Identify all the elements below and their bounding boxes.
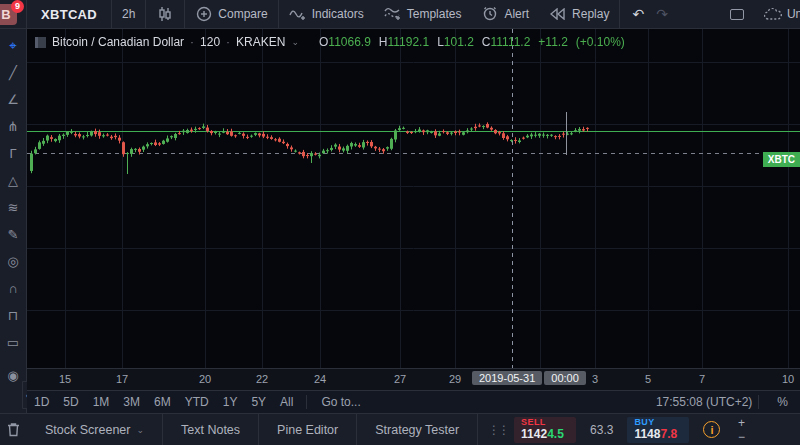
top-toolbar: B 9 XBTCAD 2h Compare Indicators bbox=[0, 0, 800, 29]
indicators-button[interactable]: Indicators bbox=[279, 0, 374, 29]
templates-icon bbox=[384, 5, 402, 23]
app-logo[interactable]: B 9 bbox=[0, 0, 26, 29]
time-tick: 29 bbox=[449, 373, 461, 385]
magnet-icon[interactable]: ∩ bbox=[3, 279, 23, 298]
crosshair-time: 00:00 bbox=[544, 371, 586, 385]
lock-all-icon[interactable]: ⊓ bbox=[3, 306, 23, 325]
tab-pine-editor[interactable]: Pine Editor bbox=[258, 414, 356, 445]
range-button-all[interactable]: All bbox=[273, 391, 300, 414]
legend-chevron-icon[interactable]: ⌄ bbox=[291, 37, 299, 47]
compare-icon bbox=[195, 5, 213, 23]
buy-button[interactable]: BUY 11487.8 bbox=[627, 417, 689, 443]
percent-scale-button[interactable]: % bbox=[765, 395, 800, 409]
time-tick: 17 bbox=[116, 373, 128, 385]
open-value: 11066.9 bbox=[328, 35, 371, 49]
chart-pane[interactable]: Bitcoin / Canadian Dollar · 120 · KRAKEN… bbox=[27, 29, 800, 368]
crosshair-icon[interactable]: ⌖ bbox=[3, 36, 23, 55]
legend-exchange[interactable]: KRAKEN bbox=[236, 35, 285, 49]
tab-stock-screener[interactable]: Stock Screener⌄ bbox=[27, 414, 162, 445]
trash-icon[interactable] bbox=[0, 422, 27, 437]
brush-icon[interactable]: ✎ bbox=[3, 225, 23, 244]
range-button-5d[interactable]: 5D bbox=[56, 391, 85, 414]
time-tick: 15 bbox=[59, 373, 71, 385]
time-tick: 27 bbox=[394, 373, 406, 385]
trend-line-icon[interactable]: ╱ bbox=[3, 63, 23, 82]
drawing-toolbar: ⌖╱∠⋔Γ△≋✎◎∩⊓▭ ◉ ‹ bbox=[0, 29, 27, 413]
time-tick: 5 bbox=[645, 373, 651, 385]
time-tick: 24 bbox=[314, 373, 326, 385]
crosshair-date: 2019-05-31 bbox=[472, 371, 542, 385]
hide-all-eye-icon[interactable]: ◉ bbox=[3, 366, 23, 385]
layout-icon bbox=[730, 9, 744, 20]
measure-icon[interactable]: ▭ bbox=[3, 333, 23, 352]
candles-icon bbox=[156, 5, 174, 23]
quantity-decrease-button[interactable]: − bbox=[732, 430, 750, 444]
high-value: 11192.1 bbox=[388, 35, 430, 49]
notification-badge: 9 bbox=[11, 0, 24, 13]
range-button-1y[interactable]: 1Y bbox=[216, 391, 245, 414]
compare-button[interactable]: Compare bbox=[185, 0, 277, 29]
chevron-down-icon: ⌄ bbox=[136, 425, 144, 435]
time-axis[interactable]: 1517202224272935710 2019-05-31 00:00 bbox=[27, 368, 800, 390]
replay-button[interactable]: Replay bbox=[539, 0, 619, 29]
close-value: 11111.2 bbox=[491, 35, 531, 49]
sell-button[interactable]: SELL 11424.5 bbox=[514, 417, 576, 443]
bottom-panel: Stock Screener⌄Text NotesPine EditorStra… bbox=[0, 413, 800, 445]
spread-value: 63.3 bbox=[576, 423, 627, 437]
buy-price: 11487.8 bbox=[634, 428, 681, 441]
time-tick: 10 bbox=[782, 373, 794, 385]
legend-interval[interactable]: 120 bbox=[200, 35, 220, 49]
cloud-icon bbox=[764, 5, 782, 23]
range-button-6m[interactable]: 6M bbox=[147, 391, 178, 414]
replay-icon bbox=[549, 5, 567, 23]
time-tick: 20 bbox=[199, 373, 211, 385]
legend-title[interactable]: Bitcoin / Canadian Dollar bbox=[52, 35, 184, 49]
range-toolbar: 1D5D1M3M6MYTD1Y5YAll Go to... 17:55:08 (… bbox=[27, 390, 800, 413]
range-button-1d[interactable]: 1D bbox=[27, 391, 56, 414]
cloud-layout-button[interactable]: Unnamed ⌄ bbox=[754, 0, 800, 29]
chart-legend: Bitcoin / Canadian Dollar · 120 · KRAKEN… bbox=[35, 35, 625, 49]
sell-price: 11424.5 bbox=[521, 428, 568, 441]
low-value: 101.2 bbox=[444, 35, 474, 49]
zoom-tool-icon[interactable]: ◎ bbox=[3, 252, 23, 271]
undo-button[interactable]: ↶ bbox=[632, 6, 644, 22]
time-tick: 3 bbox=[592, 373, 598, 385]
range-button-3m[interactable]: 3M bbox=[116, 391, 147, 414]
pitchfork-icon[interactable]: ⋔ bbox=[3, 117, 23, 136]
symbol-button[interactable]: XBTCAD bbox=[27, 0, 111, 29]
range-button-5y[interactable]: 5Y bbox=[244, 391, 273, 414]
tab-strategy-tester[interactable]: Strategy Tester bbox=[356, 414, 477, 445]
panel-drag-handle[interactable]: ⋮⋮ bbox=[478, 423, 514, 437]
interval-button[interactable]: 2h bbox=[112, 0, 145, 29]
symbol-marker-icon bbox=[35, 37, 46, 48]
gann-icon[interactable]: Γ bbox=[3, 144, 23, 163]
change-percent: (+0.10%) bbox=[576, 35, 625, 49]
candlestick-chart[interactable] bbox=[27, 29, 800, 368]
select-layout-button[interactable] bbox=[720, 0, 754, 29]
crosshair-date-label: 2019-05-31 00:00 bbox=[472, 371, 586, 385]
chart-style-button[interactable] bbox=[146, 0, 184, 29]
range-button-ytd[interactable]: YTD bbox=[178, 391, 216, 414]
quantity-increase-button[interactable]: + bbox=[732, 416, 750, 430]
goto-button[interactable]: Go to... bbox=[313, 395, 368, 409]
tradingview-app: B 9 XBTCAD 2h Compare Indicators bbox=[0, 0, 800, 445]
indicators-icon bbox=[289, 5, 307, 23]
ohlc-values: O11066.9 H11192.1 L101.2 C11111.2 +11.2 … bbox=[319, 35, 625, 49]
templates-button[interactable]: Templates bbox=[374, 0, 472, 29]
change-value: +11.2 bbox=[538, 35, 567, 49]
time-tick: 22 bbox=[256, 373, 268, 385]
shapes-icon[interactable]: △ bbox=[3, 171, 23, 190]
alert-button[interactable]: Alert bbox=[471, 0, 539, 29]
alert-clock-icon bbox=[481, 5, 499, 23]
fib-retracement-icon[interactable]: ∠ bbox=[3, 90, 23, 109]
clock-display[interactable]: 17:55:08 (UTC+2) bbox=[656, 395, 752, 409]
time-tick: 7 bbox=[699, 373, 705, 385]
tab-text-notes[interactable]: Text Notes bbox=[162, 414, 258, 445]
range-button-1m[interactable]: 1M bbox=[86, 391, 117, 414]
info-icon[interactable]: i bbox=[703, 421, 720, 438]
current-price-label: XBTC bbox=[763, 152, 800, 167]
patterns-icon[interactable]: ≋ bbox=[3, 198, 23, 217]
redo-button[interactable]: ↷ bbox=[656, 6, 668, 22]
